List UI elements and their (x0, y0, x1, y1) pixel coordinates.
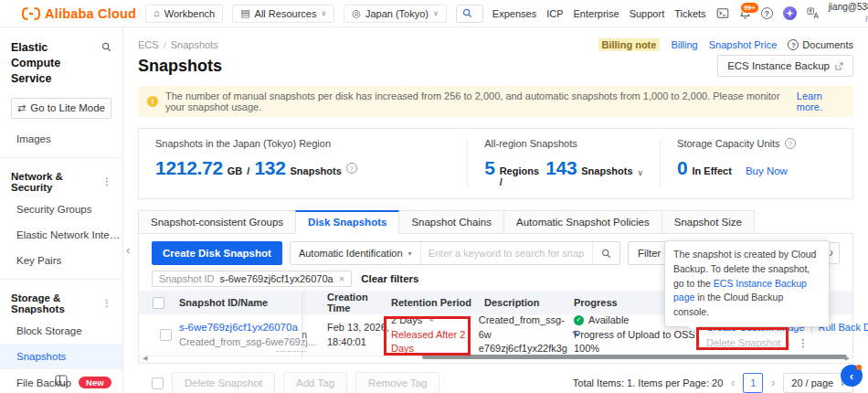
col-header-id: Snapshot ID/Name (179, 297, 302, 308)
description-line1: Created_from_ssg-6w (479, 313, 567, 343)
tab-snapshot-consistent-groups[interactable]: Snapshot-consistent Groups (138, 210, 296, 234)
edit-icon[interactable]: ✎ (427, 313, 434, 327)
stat-region-count: 132 (254, 157, 285, 179)
breadcrumb: ECS / Snapshots Billing note Billing Sna… (138, 38, 853, 51)
stat-all-regions: 5 (484, 157, 494, 179)
region-selector[interactable]: ◎ Japan (Tokyo) ∨ (344, 5, 447, 23)
footer-select-checkbox[interactable] (152, 377, 164, 389)
notifications-button[interactable]: 99+ (739, 7, 751, 19)
success-check-icon: ✓ (574, 315, 584, 325)
enterprise-link[interactable]: Enterprise (574, 8, 619, 19)
billing-link[interactable]: Billing (671, 39, 697, 50)
stat-scu-value: 0 (677, 157, 687, 179)
col-header-creation: Creation Time (327, 292, 391, 313)
horizontal-scrollbar[interactable] (422, 355, 847, 359)
account-info[interactable]: jiang@53818767... RAM User (829, 2, 868, 24)
community-icon[interactable] (783, 6, 797, 20)
sidebar-item-enis[interactable]: Elastic Network Interfaces (0, 222, 122, 248)
scroll-left-icon[interactable]: ◀ (143, 355, 147, 362)
sidebar-collapse-icon[interactable] (0, 375, 122, 386)
support-link[interactable]: Support (630, 8, 665, 19)
tab-disk-snapshots[interactable]: Disk Snapshots (295, 210, 399, 234)
delete-snapshot-link[interactable]: Delete Snapshot (706, 336, 780, 351)
search-button[interactable] (592, 242, 619, 264)
divider (0, 279, 122, 280)
breadcrumb-ecs[interactable]: ECS (138, 39, 159, 50)
snapshot-search-input[interactable] (421, 242, 592, 264)
tab-automatic-snapshot-policies[interactable]: Automatic Snapshot Policies (503, 210, 662, 234)
search-mode-dropdown[interactable]: Automatic Identification ▾ (291, 242, 421, 264)
buy-now-link[interactable]: Buy Now (746, 165, 788, 176)
create-disk-snapshot-button[interactable]: Create Disk Snapshot (152, 241, 282, 265)
sidebar-item-block-storage[interactable]: Block Storage (0, 318, 122, 344)
divider (0, 157, 122, 158)
icp-link[interactable]: ICP (546, 8, 563, 19)
sidebar-item-images[interactable]: Images (0, 126, 122, 152)
documents-link[interactable]: ? Documents (788, 39, 853, 50)
snapshot-id-filter-chip[interactable]: Snapshot ID s-6we769zj6cf1yx26070a × (152, 271, 352, 287)
region-label: Japan (Tokyo) (365, 8, 429, 19)
close-icon[interactable]: × (339, 273, 344, 284)
progress-text: Progress of Upload to OSS: 100% (574, 328, 702, 357)
sidebar-item-security-groups[interactable]: Security Groups (0, 196, 122, 222)
dots-icon[interactable]: ⋮ (102, 298, 111, 308)
footer-add-tag-button[interactable]: Add Tag (283, 372, 347, 393)
stat-region: Snapshots in the Japan (Tokyo) Region 12… (139, 138, 467, 187)
learn-more-link[interactable]: Learn more. (797, 90, 844, 112)
snapshot-id-link[interactable]: s-6we769zj6cf1yx26070a (179, 320, 302, 335)
status-text: Available (588, 313, 629, 328)
footer-delete-snapshot-button[interactable]: Delete Snapshot (172, 372, 275, 393)
snapshot-price-link[interactable]: Snapshot Price (709, 39, 778, 50)
caret-down-icon: ▾ (408, 250, 412, 258)
hidden-column-ellipsis (276, 351, 307, 352)
ecs-instance-backup-button[interactable]: ECS Instance Backup (717, 55, 853, 77)
chevron-down-icon[interactable]: ∨ (638, 168, 644, 177)
question-icon[interactable]: ? (346, 163, 357, 174)
row-checkbox[interactable] (160, 329, 172, 341)
page-number[interactable]: 1 (743, 373, 763, 393)
workbench-button[interactable]: ⌂ Workbench (145, 5, 223, 23)
scroll-right-icon[interactable]: ▶ (845, 355, 850, 362)
search-icon (462, 8, 472, 18)
question-icon[interactable]: ? (785, 138, 796, 149)
sidebar-title-row: Elastic Compute Service (0, 40, 122, 87)
global-search[interactable] (456, 5, 483, 23)
clear-filters-link[interactable]: Clear filters (361, 273, 418, 284)
alibaba-cloud-logo[interactable]: Alibaba Cloud (22, 6, 136, 21)
question-icon: ? (788, 39, 799, 50)
workbench-label: Workbench (164, 8, 215, 19)
stat-all-count-unit: Snapshots (581, 165, 632, 176)
swap-arrows-icon: ⇄ (17, 102, 26, 114)
help-button[interactable]: ? (761, 7, 773, 19)
select-all-checkbox[interactable] (153, 297, 164, 309)
stat-all-count: 143 (545, 157, 577, 179)
chip-value: s-6we769zj6cf1yx26070a (220, 273, 333, 284)
tickets-link[interactable]: Tickets (674, 8, 705, 19)
lite-mode-button[interactable]: ⇄ Go to Lite Mode (11, 98, 111, 119)
sidebar-item-snapshots[interactable]: Snapshots (0, 344, 122, 369)
search-mode-label: Automatic Identification (299, 248, 403, 259)
snapshot-name: Created_from_ssg-6we769zj... (179, 335, 302, 350)
billing-note-link[interactable]: Billing note (598, 38, 661, 51)
footer-remove-tag-button[interactable]: Remove Tag (355, 372, 439, 393)
title-row: Snapshots ECS Instance Backup (138, 55, 853, 77)
floating-collapse-button[interactable]: ‹ (841, 365, 863, 387)
expenses-link[interactable]: Expenses (492, 8, 536, 19)
prev-page-icon[interactable]: ‹ (731, 377, 735, 389)
stat-all-label: All-region Snapshots (484, 138, 643, 149)
sidebar-search-icon[interactable] (101, 42, 111, 87)
sidebar-item-key-pairs[interactable]: Key Pairs (0, 248, 122, 273)
more-actions-icon[interactable]: ⋮ (798, 336, 808, 351)
dots-icon[interactable]: ⋮ (102, 176, 111, 186)
total-items-text: Total Items: 1. Items per Page: 20 (573, 377, 723, 388)
next-page-icon[interactable]: › (771, 377, 775, 389)
backup-button-label: ECS Instance Backup (727, 60, 830, 71)
chevron-left-icon: ‹ (850, 369, 853, 383)
tab-snapshot-size[interactable]: Snapshot Size (662, 210, 755, 234)
language-icon[interactable] (807, 7, 819, 19)
all-resources-button[interactable]: ▤ All Resources ∨ (232, 5, 334, 23)
tab-snapshot-chains[interactable]: Snapshot Chains (398, 210, 504, 234)
console-icon[interactable] (716, 8, 729, 18)
panel-collapse-icon[interactable]: ‹ (126, 243, 130, 257)
stat-region-size-unit: GB (228, 165, 243, 176)
